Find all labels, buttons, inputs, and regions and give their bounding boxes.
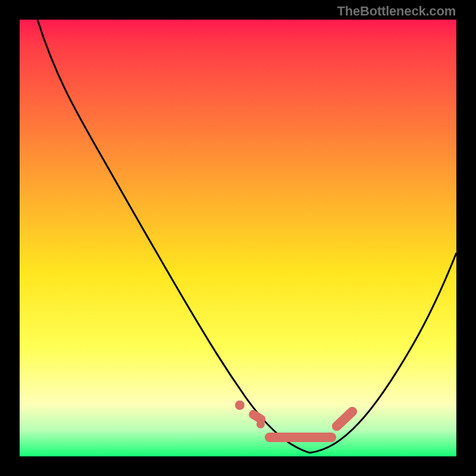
- watermark-text: TheBottleneck.com: [337, 4, 456, 19]
- plot-area: [20, 20, 456, 456]
- svg-rect-3: [265, 433, 336, 442]
- svg-point-0: [235, 400, 245, 410]
- chart-svg: [20, 20, 456, 456]
- svg-rect-4: [330, 405, 359, 433]
- right-curve: [310, 253, 456, 453]
- chart-frame: TheBottleneck.com: [0, 0, 476, 476]
- svg-point-2: [256, 420, 265, 428]
- left-curve: [37, 20, 310, 453]
